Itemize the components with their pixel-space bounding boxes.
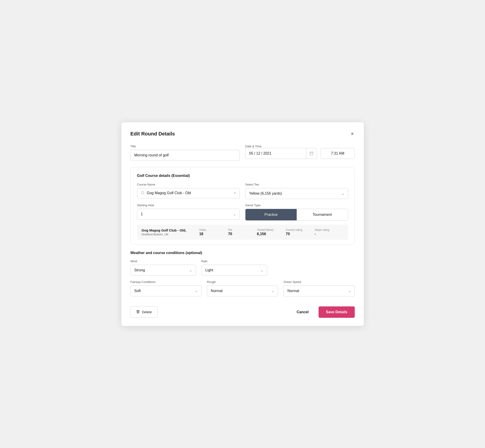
slope-rating-stat: Slope rating - <box>315 228 344 236</box>
datetime-field-group: Date & Time 05 / 12 / 2021 <box>245 144 355 161</box>
weather-section: Weather and course conditions (optional)… <box>130 251 355 296</box>
date-input-wrapper: 05 / 12 / 2021 <box>245 148 317 161</box>
conditions-row: Fairway Conditions Soft ⌄ Rough Normal ⌄… <box>130 280 355 296</box>
wind-rain-row: Wind Strong ⌄ Rain Light ⌄ <box>130 259 267 276</box>
time-input-wrapper: 7:31 AM <box>319 148 355 161</box>
chevron-down-icon: ⌄ <box>341 192 344 195</box>
footer-row: Delete Cancel Save Details <box>130 303 355 318</box>
par-value: 70 <box>228 232 232 236</box>
datetime-label: Date & Time <box>245 144 355 148</box>
yards-label: Yards(Yellow) <box>257 228 274 232</box>
calendar-icon[interactable] <box>306 148 317 159</box>
green-speed-value: Normal <box>287 289 299 293</box>
wind-group: Wind Strong ⌄ <box>130 259 196 276</box>
cancel-button[interactable]: Cancel <box>292 307 313 317</box>
close-button[interactable]: × <box>350 130 355 137</box>
chevron-down-icon-2: ⌄ <box>233 212 236 216</box>
green-speed-group: Green Speed Normal ⌄ <box>283 280 355 296</box>
modal-header: Edit Round Details × <box>130 130 355 137</box>
title-input[interactable] <box>130 150 240 161</box>
time-value[interactable]: 7:31 AM <box>321 148 355 159</box>
tournament-toggle-btn[interactable]: Tournament <box>297 209 348 220</box>
trash-icon <box>136 310 140 314</box>
wind-value: Strong <box>134 268 145 272</box>
svg-line-5 <box>144 193 144 194</box>
rough-group: Rough Normal ⌄ <box>207 280 278 296</box>
course-name-value: Gog Magog Golf Club - Old <box>147 191 232 195</box>
select-tee-value: Yellow (6,156 yards) <box>249 192 282 196</box>
course-info-row: Gog Magog Golf Club - Old, Shelford Bott… <box>137 225 348 240</box>
par-label: Par <box>228 228 233 232</box>
game-type-group: Game Type Practice Tournament <box>245 203 348 221</box>
green-speed-dropdown[interactable]: Normal ⌄ <box>283 286 355 296</box>
course-info-location: Shelford Bottom, UK <box>142 233 199 236</box>
green-speed-label: Green Speed <box>283 280 355 284</box>
fairway-dropdown[interactable]: Soft ⌄ <box>130 286 202 296</box>
course-top-row: Course Name Gog Magog Golf Club - Old × … <box>137 183 348 199</box>
save-details-button[interactable]: Save Details <box>319 306 355 318</box>
golf-course-section-title: Golf Course details (Essential) <box>137 174 348 178</box>
course-bottom-row: Starting Hole 1 ⌄ Game Type Practice Tou… <box>137 203 348 221</box>
starting-hole-label: Starting Hole <box>137 203 240 207</box>
date-value: 05 / 12 / 2021 <box>245 148 306 159</box>
chevron-down-icon-5: ⌄ <box>195 289 198 293</box>
svg-rect-0 <box>310 152 313 155</box>
holes-stat: Holes 18 <box>199 228 228 236</box>
chevron-down-icon-6: ⌄ <box>271 289 274 293</box>
chevron-down-icon-7: ⌄ <box>348 289 351 293</box>
starting-hole-group: Starting Hole 1 ⌄ <box>137 203 240 221</box>
fairway-group: Fairway Conditions Soft ⌄ <box>130 280 202 296</box>
starting-hole-value: 1 <box>141 212 143 216</box>
edit-round-modal: Edit Round Details × Title Date & Time 0… <box>121 122 364 326</box>
course-info-name: Gog Magog Golf Club - Old, <box>142 228 199 232</box>
select-tee-dropdown[interactable]: Yellow (6,156 yards) ⌄ <box>245 188 348 199</box>
course-rating-label: Course rating <box>286 228 302 232</box>
golf-course-section: Golf Course details (Essential) Course N… <box>130 167 355 245</box>
course-info-name-col: Gog Magog Golf Club - Old, Shelford Bott… <box>142 228 199 236</box>
game-type-toggle: Practice Tournament <box>245 209 348 221</box>
course-rating-value: 70 <box>286 232 290 236</box>
clear-icon[interactable]: × <box>234 191 236 195</box>
course-name-group: Course Name Gog Magog Golf Club - Old × <box>137 183 240 199</box>
top-row: Title Date & Time 05 / 12 / 2021 <box>130 144 355 161</box>
rain-group: Rain Light ⌄ <box>202 259 267 276</box>
slope-rating-value: - <box>315 232 316 236</box>
chevron-down-icon-4: ⌄ <box>260 268 263 272</box>
yards-value: 6,156 <box>257 232 266 236</box>
wind-label: Wind <box>130 259 196 263</box>
rough-value: Normal <box>211 289 223 293</box>
rain-value: Light <box>205 268 213 272</box>
select-tee-label: Select Tee <box>245 183 348 186</box>
rain-dropdown[interactable]: Light ⌄ <box>202 265 267 276</box>
game-type-label: Game Type <box>245 203 348 207</box>
datetime-inputs: 05 / 12 / 2021 7:31 AM <box>245 148 355 161</box>
delete-button[interactable]: Delete <box>130 306 158 318</box>
yards-stat: Yards(Yellow) 6,156 <box>257 228 286 236</box>
modal-title: Edit Round Details <box>130 131 175 137</box>
holes-label: Holes <box>199 228 206 232</box>
practice-toggle-btn[interactable]: Practice <box>245 209 297 220</box>
rough-dropdown[interactable]: Normal ⌄ <box>207 286 278 296</box>
fairway-label: Fairway Conditions <box>130 280 202 284</box>
starting-hole-dropdown[interactable]: 1 ⌄ <box>137 209 240 220</box>
footer-right-actions: Cancel Save Details <box>292 306 355 318</box>
select-tee-group: Select Tee Yellow (6,156 yards) ⌄ <box>245 183 348 199</box>
course-rating-stat: Course rating 70 <box>286 228 315 236</box>
chevron-down-icon-3: ⌄ <box>189 268 192 272</box>
title-label: Title <box>130 144 240 148</box>
course-name-label: Course Name <box>137 183 240 186</box>
fairway-value: Soft <box>134 289 141 293</box>
date-input-group[interactable]: 05 / 12 / 2021 <box>245 148 317 159</box>
course-name-input-wrap[interactable]: Gog Magog Golf Club - Old × <box>137 188 240 198</box>
rough-label: Rough <box>207 280 278 284</box>
wind-dropdown[interactable]: Strong ⌄ <box>130 265 196 276</box>
holes-value: 18 <box>199 232 203 236</box>
title-field-group: Title <box>130 144 240 161</box>
rain-label: Rain <box>202 259 267 263</box>
par-stat: Par 70 <box>228 228 257 236</box>
weather-section-title: Weather and course conditions (optional) <box>130 251 355 255</box>
search-icon <box>141 191 145 195</box>
delete-label: Delete <box>142 310 152 314</box>
slope-rating-label: Slope rating <box>315 228 329 232</box>
